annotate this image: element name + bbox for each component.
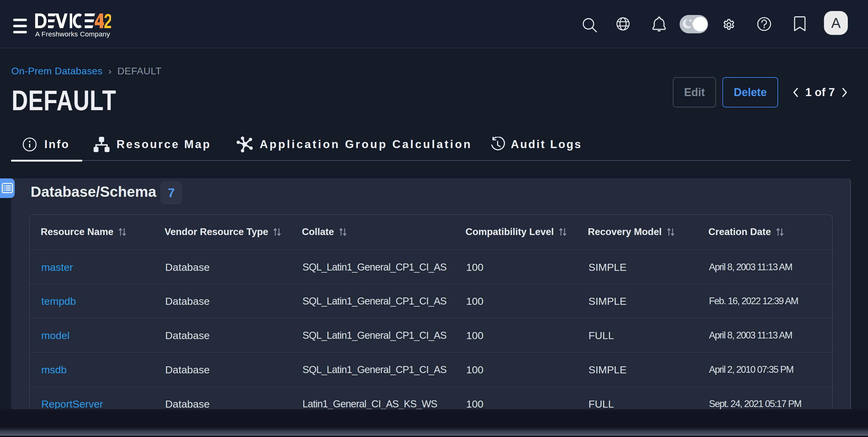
svg-text:2: 2 bbox=[104, 13, 111, 28]
